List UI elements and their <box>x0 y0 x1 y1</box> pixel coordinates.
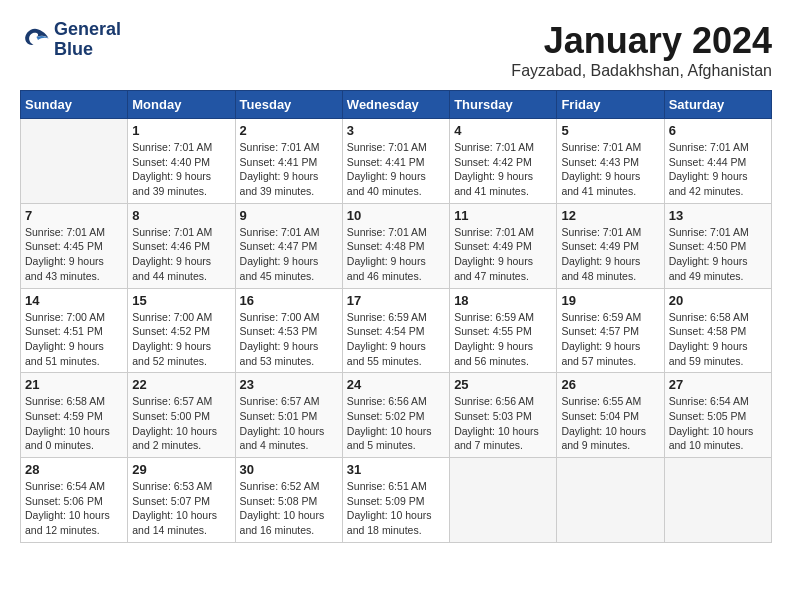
weekday-header: Friday <box>557 91 664 119</box>
day-number: 9 <box>240 208 338 223</box>
calendar-cell <box>21 119 128 204</box>
calendar-cell <box>557 458 664 543</box>
page-header: General Blue January 2024 Fayzabad, Bada… <box>20 20 772 80</box>
calendar-cell: 7Sunrise: 7:01 AMSunset: 4:45 PMDaylight… <box>21 203 128 288</box>
calendar-cell: 19Sunrise: 6:59 AMSunset: 4:57 PMDayligh… <box>557 288 664 373</box>
calendar-cell: 13Sunrise: 7:01 AMSunset: 4:50 PMDayligh… <box>664 203 771 288</box>
day-number: 18 <box>454 293 552 308</box>
calendar-week-row: 14Sunrise: 7:00 AMSunset: 4:51 PMDayligh… <box>21 288 772 373</box>
day-number: 15 <box>132 293 230 308</box>
weekday-header: Sunday <box>21 91 128 119</box>
logo-text: General Blue <box>54 20 121 60</box>
calendar-cell: 6Sunrise: 7:01 AMSunset: 4:44 PMDaylight… <box>664 119 771 204</box>
weekday-header: Saturday <box>664 91 771 119</box>
day-number: 6 <box>669 123 767 138</box>
day-info: Sunrise: 7:01 AMSunset: 4:40 PMDaylight:… <box>132 140 230 199</box>
day-info: Sunrise: 7:01 AMSunset: 4:41 PMDaylight:… <box>347 140 445 199</box>
day-info: Sunrise: 7:00 AMSunset: 4:53 PMDaylight:… <box>240 310 338 369</box>
day-number: 25 <box>454 377 552 392</box>
day-info: Sunrise: 6:56 AMSunset: 5:02 PMDaylight:… <box>347 394 445 453</box>
day-info: Sunrise: 6:59 AMSunset: 4:57 PMDaylight:… <box>561 310 659 369</box>
day-number: 29 <box>132 462 230 477</box>
day-info: Sunrise: 6:58 AMSunset: 4:58 PMDaylight:… <box>669 310 767 369</box>
day-number: 10 <box>347 208 445 223</box>
day-number: 1 <box>132 123 230 138</box>
day-info: Sunrise: 7:01 AMSunset: 4:46 PMDaylight:… <box>132 225 230 284</box>
calendar-cell: 29Sunrise: 6:53 AMSunset: 5:07 PMDayligh… <box>128 458 235 543</box>
calendar-week-row: 21Sunrise: 6:58 AMSunset: 4:59 PMDayligh… <box>21 373 772 458</box>
day-number: 8 <box>132 208 230 223</box>
calendar-cell: 5Sunrise: 7:01 AMSunset: 4:43 PMDaylight… <box>557 119 664 204</box>
calendar-cell: 31Sunrise: 6:51 AMSunset: 5:09 PMDayligh… <box>342 458 449 543</box>
calendar-cell: 28Sunrise: 6:54 AMSunset: 5:06 PMDayligh… <box>21 458 128 543</box>
calendar-cell: 2Sunrise: 7:01 AMSunset: 4:41 PMDaylight… <box>235 119 342 204</box>
calendar-cell <box>450 458 557 543</box>
day-number: 4 <box>454 123 552 138</box>
day-number: 14 <box>25 293 123 308</box>
day-number: 24 <box>347 377 445 392</box>
day-info: Sunrise: 7:00 AMSunset: 4:52 PMDaylight:… <box>132 310 230 369</box>
day-info: Sunrise: 7:01 AMSunset: 4:47 PMDaylight:… <box>240 225 338 284</box>
day-number: 16 <box>240 293 338 308</box>
day-number: 2 <box>240 123 338 138</box>
logo-icon <box>20 25 50 55</box>
day-number: 11 <box>454 208 552 223</box>
day-number: 3 <box>347 123 445 138</box>
day-info: Sunrise: 7:01 AMSunset: 4:48 PMDaylight:… <box>347 225 445 284</box>
day-number: 20 <box>669 293 767 308</box>
day-info: Sunrise: 7:01 AMSunset: 4:42 PMDaylight:… <box>454 140 552 199</box>
calendar-cell: 23Sunrise: 6:57 AMSunset: 5:01 PMDayligh… <box>235 373 342 458</box>
calendar-table: SundayMondayTuesdayWednesdayThursdayFrid… <box>20 90 772 543</box>
calendar-week-row: 28Sunrise: 6:54 AMSunset: 5:06 PMDayligh… <box>21 458 772 543</box>
day-info: Sunrise: 7:01 AMSunset: 4:45 PMDaylight:… <box>25 225 123 284</box>
calendar-cell: 12Sunrise: 7:01 AMSunset: 4:49 PMDayligh… <box>557 203 664 288</box>
day-info: Sunrise: 6:51 AMSunset: 5:09 PMDaylight:… <box>347 479 445 538</box>
day-info: Sunrise: 6:59 AMSunset: 4:54 PMDaylight:… <box>347 310 445 369</box>
logo: General Blue <box>20 20 121 60</box>
calendar-cell: 30Sunrise: 6:52 AMSunset: 5:08 PMDayligh… <box>235 458 342 543</box>
day-info: Sunrise: 6:55 AMSunset: 5:04 PMDaylight:… <box>561 394 659 453</box>
day-number: 12 <box>561 208 659 223</box>
weekday-header: Monday <box>128 91 235 119</box>
calendar-cell: 22Sunrise: 6:57 AMSunset: 5:00 PMDayligh… <box>128 373 235 458</box>
calendar-week-row: 1Sunrise: 7:01 AMSunset: 4:40 PMDaylight… <box>21 119 772 204</box>
day-info: Sunrise: 6:57 AMSunset: 5:01 PMDaylight:… <box>240 394 338 453</box>
day-number: 30 <box>240 462 338 477</box>
day-number: 19 <box>561 293 659 308</box>
month-title: January 2024 <box>511 20 772 62</box>
calendar-cell: 25Sunrise: 6:56 AMSunset: 5:03 PMDayligh… <box>450 373 557 458</box>
day-info: Sunrise: 6:54 AMSunset: 5:06 PMDaylight:… <box>25 479 123 538</box>
day-number: 28 <box>25 462 123 477</box>
calendar-cell: 4Sunrise: 7:01 AMSunset: 4:42 PMDaylight… <box>450 119 557 204</box>
day-info: Sunrise: 7:01 AMSunset: 4:44 PMDaylight:… <box>669 140 767 199</box>
calendar-cell: 10Sunrise: 7:01 AMSunset: 4:48 PMDayligh… <box>342 203 449 288</box>
day-number: 22 <box>132 377 230 392</box>
calendar-cell: 27Sunrise: 6:54 AMSunset: 5:05 PMDayligh… <box>664 373 771 458</box>
calendar-cell: 15Sunrise: 7:00 AMSunset: 4:52 PMDayligh… <box>128 288 235 373</box>
day-number: 31 <box>347 462 445 477</box>
calendar-cell <box>664 458 771 543</box>
day-number: 13 <box>669 208 767 223</box>
day-info: Sunrise: 7:01 AMSunset: 4:49 PMDaylight:… <box>454 225 552 284</box>
day-number: 23 <box>240 377 338 392</box>
day-info: Sunrise: 6:54 AMSunset: 5:05 PMDaylight:… <box>669 394 767 453</box>
day-info: Sunrise: 7:00 AMSunset: 4:51 PMDaylight:… <box>25 310 123 369</box>
weekday-header: Tuesday <box>235 91 342 119</box>
calendar-cell: 16Sunrise: 7:00 AMSunset: 4:53 PMDayligh… <box>235 288 342 373</box>
calendar-cell: 21Sunrise: 6:58 AMSunset: 4:59 PMDayligh… <box>21 373 128 458</box>
day-info: Sunrise: 6:58 AMSunset: 4:59 PMDaylight:… <box>25 394 123 453</box>
day-info: Sunrise: 7:01 AMSunset: 4:41 PMDaylight:… <box>240 140 338 199</box>
day-info: Sunrise: 6:59 AMSunset: 4:55 PMDaylight:… <box>454 310 552 369</box>
calendar-cell: 9Sunrise: 7:01 AMSunset: 4:47 PMDaylight… <box>235 203 342 288</box>
day-info: Sunrise: 6:53 AMSunset: 5:07 PMDaylight:… <box>132 479 230 538</box>
day-number: 17 <box>347 293 445 308</box>
weekday-header-row: SundayMondayTuesdayWednesdayThursdayFrid… <box>21 91 772 119</box>
day-number: 27 <box>669 377 767 392</box>
calendar-cell: 1Sunrise: 7:01 AMSunset: 4:40 PMDaylight… <box>128 119 235 204</box>
title-block: January 2024 Fayzabad, Badakhshan, Afgha… <box>511 20 772 80</box>
calendar-cell: 14Sunrise: 7:00 AMSunset: 4:51 PMDayligh… <box>21 288 128 373</box>
day-info: Sunrise: 7:01 AMSunset: 4:49 PMDaylight:… <box>561 225 659 284</box>
day-info: Sunrise: 7:01 AMSunset: 4:50 PMDaylight:… <box>669 225 767 284</box>
calendar-cell: 20Sunrise: 6:58 AMSunset: 4:58 PMDayligh… <box>664 288 771 373</box>
day-number: 7 <box>25 208 123 223</box>
